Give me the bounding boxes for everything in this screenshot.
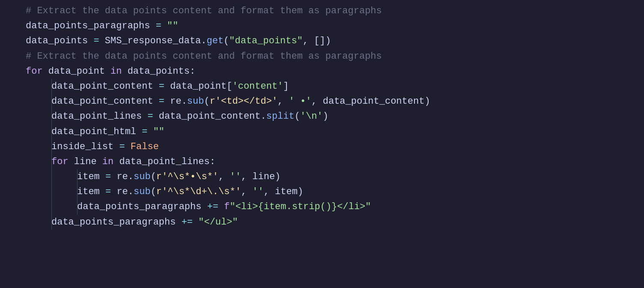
token-variable: data_point: [170, 79, 227, 94]
token-string: ' •': [289, 94, 312, 109]
token-bracket: :: [190, 64, 195, 79]
token-variable: re: [170, 94, 181, 109]
token-method: sub: [134, 169, 151, 184]
code-line: # Extract the data points content and fo…: [0, 3, 644, 18]
token-string: '': [230, 169, 241, 184]
token-bracket: ,: [311, 94, 322, 109]
code-block: # Extract the data points content and fo…: [0, 0, 644, 233]
token-operator: =: [100, 169, 117, 184]
token-operator: +=: [176, 215, 198, 230]
code-line: data_point_html = "": [0, 124, 644, 139]
token-variable: data_point_lines: [119, 154, 209, 169]
token-variable: item: [77, 169, 100, 184]
code-line: item = re.sub(r'^\s*\d+\.\s*', '', item): [0, 184, 644, 199]
token-regex: r'^\s*\d+\.\s*': [156, 184, 241, 199]
token-bracket: ,: [277, 94, 289, 109]
token-variable: data_points_paragraphs: [77, 199, 201, 214]
token-variable: line: [252, 169, 275, 184]
token-bracket: .: [201, 33, 206, 48]
token-bracket: [: [227, 79, 232, 94]
token-bracket: ,: [218, 169, 230, 184]
code-line: data_points_paragraphs += "</ul>": [0, 215, 644, 230]
token-variable: item: [275, 184, 298, 199]
token-variable: data_points: [128, 64, 190, 79]
token-comment: # Extract the data points content and fo…: [26, 3, 382, 18]
code-line: # Extract the data points content and fo…: [0, 49, 644, 64]
token-variable: data_point_html: [51, 124, 136, 139]
code-line: data_point_content = re.sub(r'<td></td>'…: [0, 94, 644, 109]
token-bracket: ,: [264, 184, 275, 199]
token-variable: data_points_paragraphs: [26, 18, 150, 33]
token-method: sub: [134, 184, 151, 199]
token-bracket: .: [260, 109, 266, 124]
token-bracket: ): [298, 184, 303, 199]
token-bracket: .: [128, 169, 134, 184]
token-method: sub: [187, 94, 204, 109]
token-variable: inside_list: [51, 139, 113, 154]
token-operator: +=: [201, 199, 224, 214]
code-line: for data_point in data_points:: [0, 64, 644, 79]
token-operator: =: [136, 124, 153, 139]
token-bracket: (: [204, 94, 209, 109]
token-bracket: :: [210, 154, 215, 169]
token-variable: data_points: [26, 33, 88, 48]
token-bracket: .: [182, 94, 187, 109]
token-operator: =: [150, 18, 167, 33]
token-method: split: [266, 109, 295, 124]
token-operator: =: [88, 33, 105, 48]
token-string: '': [252, 184, 263, 199]
token-operator: =: [153, 94, 170, 109]
token-operator: =: [142, 109, 159, 124]
token-variable: SMS_response_data: [105, 33, 201, 48]
token-variable: data_point_content: [159, 109, 261, 124]
token-keyword: for: [26, 64, 48, 79]
token-bracket: .: [128, 184, 134, 199]
token-bracket: ]: [283, 79, 289, 94]
token-bracket: ,: [241, 184, 252, 199]
token-variable: re: [116, 184, 128, 199]
token-bracket: (: [224, 33, 229, 48]
code-line: data_point_content = data_point['content…: [0, 79, 644, 94]
token-bracket: (: [151, 184, 156, 199]
token-bracket: ): [325, 33, 331, 48]
token-string: 'content': [232, 79, 283, 94]
token-comment: # Extract the data points content and fo…: [26, 49, 382, 64]
code-line: data_points_paragraphs = "": [0, 18, 644, 33]
token-regex: r'^\s*•\s*': [156, 169, 218, 184]
token-variable: item: [77, 184, 100, 199]
token-bracket: ,: [241, 169, 252, 184]
code-line: inside_list = False: [0, 139, 644, 154]
token-string: '\n': [300, 109, 323, 124]
token-string: "": [167, 18, 178, 33]
token-variable: data_point_content: [51, 94, 153, 109]
token-bracket: (: [151, 169, 156, 184]
token-variable: data_point_content: [323, 94, 425, 109]
token-bracket: []: [314, 33, 325, 48]
code-line: data_points_paragraphs += f"<li>{item.st…: [0, 199, 644, 214]
token-variable: data_points_paragraphs: [51, 215, 176, 230]
token-string: "<li>{item.strip()}</li>": [230, 199, 371, 214]
token-bracket: ): [275, 169, 280, 184]
token-string: "</ul>": [198, 215, 238, 230]
token-variable: data_point_content: [51, 79, 153, 94]
indent-guide: [51, 184, 52, 199]
indent-guide: [51, 199, 52, 214]
token-variable: data_point: [48, 64, 105, 79]
token-bracket: (: [295, 109, 300, 124]
token-bracket: ): [424, 94, 430, 109]
token-variable: line: [74, 154, 97, 169]
token-bracket: ): [323, 109, 328, 124]
token-keyword: f: [224, 199, 230, 214]
code-line: data_point_lines = data_point_content.sp…: [0, 109, 644, 124]
token-method: get: [206, 33, 224, 48]
code-line: item = re.sub(r'^\s*•\s*', '', line): [0, 169, 644, 184]
code-line: for line in data_point_lines:: [0, 154, 644, 169]
token-regex: r'<td></td>': [210, 94, 277, 109]
indent-guide: [51, 169, 52, 184]
token-keyword: in: [105, 64, 128, 79]
token-operator: =: [100, 184, 117, 199]
token-operator: =: [113, 139, 131, 154]
token-variable: re: [116, 169, 128, 184]
token-keyword: for: [51, 154, 74, 169]
token-bracket: ,: [303, 33, 314, 48]
